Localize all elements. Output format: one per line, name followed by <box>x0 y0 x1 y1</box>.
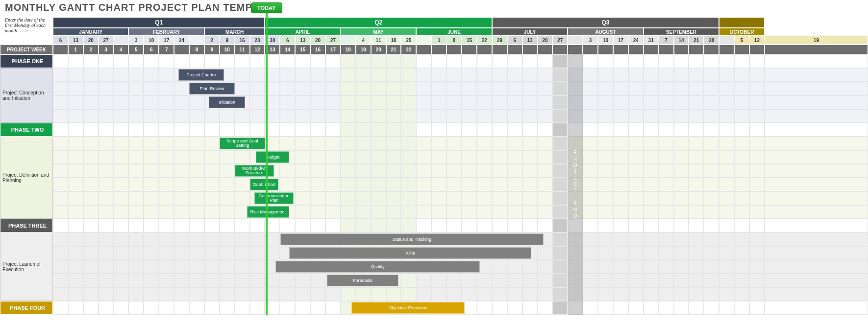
task-bar[interactable]: Scope and Goal Setting <box>220 138 265 149</box>
month-august: AUGUST <box>568 28 643 36</box>
month-april: APRIL <box>265 28 340 36</box>
day-september-7[interactable]: 7 <box>659 36 674 45</box>
day-june-8[interactable]: 8 <box>446 36 462 45</box>
week-23: 21 <box>386 45 401 54</box>
day-march-9[interactable]: 9 <box>220 36 235 45</box>
week-14: 12 <box>250 45 265 54</box>
today-line <box>266 13 268 315</box>
week-47 <box>749 45 765 54</box>
day-june-22[interactable]: 22 <box>477 36 492 45</box>
month-october: OCTOBER <box>719 28 765 36</box>
week-37 <box>598 45 613 54</box>
task-bar[interactable]: Project Charter <box>178 69 224 81</box>
quarter-Q1: Q1 <box>53 17 265 28</box>
week-10: 8 <box>189 45 204 54</box>
day-september-14[interactable]: 14 <box>674 36 689 45</box>
day-may-25[interactable]: 25 <box>401 36 416 45</box>
task-bar[interactable]: Status and Tracking <box>280 233 544 245</box>
week-7: 6 <box>144 45 159 54</box>
task-bar[interactable]: Gantt Chart <box>250 179 279 190</box>
task-bar[interactable]: Quality <box>275 261 480 273</box>
day-august-17[interactable]: 17 <box>613 36 628 45</box>
week-39 <box>628 45 644 54</box>
task-bar[interactable]: Work Bkdwn Structure <box>235 165 274 177</box>
day-april-27[interactable]: 27 <box>325 36 341 45</box>
day-october-19[interactable]: 19 <box>765 36 868 45</box>
week-38 <box>613 45 628 54</box>
day-october-12[interactable]: 12 <box>749 36 765 45</box>
week-27 <box>446 45 462 54</box>
week-3: 2 <box>83 45 99 54</box>
week-17: 15 <box>295 45 310 54</box>
task-bar[interactable]: Forecasts <box>327 275 398 286</box>
phase-3-header: PHASE THREE <box>0 219 53 232</box>
day-april-20[interactable]: 20 <box>310 36 325 45</box>
week-30 <box>492 45 507 54</box>
day-june-1[interactable]: 1 <box>431 36 446 45</box>
quarter-OCTOBER_Q <box>719 17 765 28</box>
month-june: JUNE <box>416 28 492 36</box>
page-title: MONTHLY GANTT CHART PROJECT PLAN TEMPLAT… <box>0 0 868 17</box>
day-july-20[interactable]: 20 <box>538 36 553 45</box>
day-january-27[interactable]: 27 <box>99 36 114 45</box>
day-april-13[interactable]: 13 <box>295 36 310 45</box>
day-august-24[interactable]: 24 <box>628 36 644 45</box>
day-august-10[interactable]: 10 <box>598 36 613 45</box>
task-bar[interactable]: Initiation <box>209 96 245 108</box>
day-january-6[interactable]: 6 <box>53 36 68 45</box>
month-january: JANUARY <box>53 28 128 36</box>
week-24: 22 <box>401 45 416 54</box>
task-bar[interactable]: Communication Plan <box>254 192 294 204</box>
week-33 <box>538 45 553 54</box>
day-september-21[interactable]: 21 <box>689 36 704 45</box>
day-september-28[interactable]: 28 <box>704 36 719 45</box>
week-5: 4 <box>114 45 129 54</box>
task-bar[interactable]: Risk Management <box>247 206 290 218</box>
day-march-23[interactable]: 23 <box>250 36 265 45</box>
day-march-2[interactable]: 2 <box>204 36 220 45</box>
phase-1-header: PHASE ONE <box>0 54 53 68</box>
project-week-label: PROJECT WEEK <box>0 45 53 54</box>
week-26 <box>431 45 446 54</box>
week-36 <box>583 45 598 54</box>
day-january-13[interactable]: 13 <box>68 36 83 45</box>
week-40 <box>644 45 659 54</box>
week-19: 17 <box>325 45 341 54</box>
day-march-16[interactable]: 16 <box>235 36 250 45</box>
month-march: MARCH <box>204 28 265 36</box>
day-july-6[interactable]: 6 <box>507 36 522 45</box>
project-end-band: PROJECT END <box>568 54 583 315</box>
day-february-10[interactable]: 10 <box>144 36 159 45</box>
week-46 <box>734 45 749 54</box>
task-bar[interactable]: KPIs <box>289 247 531 259</box>
day-july-13[interactable]: 13 <box>522 36 538 45</box>
week-16: 14 <box>280 45 295 54</box>
week-29 <box>477 45 492 54</box>
week-2: 1 <box>68 45 83 54</box>
task-bar[interactable]: Objective Execution <box>351 302 465 314</box>
day-may-4[interactable]: 4 <box>356 36 371 45</box>
day-february-24[interactable]: 24 <box>174 36 189 45</box>
day-february-3[interactable]: 3 <box>128 36 144 45</box>
day-october-5[interactable]: 5 <box>734 36 749 45</box>
day-july-27[interactable]: 27 <box>552 36 568 45</box>
week-1 <box>53 45 68 54</box>
week-48 <box>765 45 868 54</box>
week-8: 7 <box>159 45 174 54</box>
day-april-6[interactable]: 6 <box>280 36 295 45</box>
day-january-20[interactable]: 20 <box>83 36 99 45</box>
day-august-31[interactable]: 31 <box>644 36 659 45</box>
day-june-15[interactable]: 15 <box>462 36 477 45</box>
day-august-3[interactable]: 3 <box>583 36 598 45</box>
day-may-18[interactable]: 18 <box>386 36 401 45</box>
phase-3-side: Project Launch of Execution <box>0 232 53 301</box>
week-20: 18 <box>341 45 356 54</box>
week-44 <box>704 45 719 54</box>
quarter-Q2: Q2 <box>265 17 492 28</box>
task-bar[interactable]: Budget <box>256 151 289 163</box>
week-35 <box>568 45 583 54</box>
day-may-11[interactable]: 11 <box>371 36 386 45</box>
task-bar[interactable]: Plan Review <box>189 83 235 94</box>
day-june-29[interactable]: 29 <box>492 36 507 45</box>
day-february-17[interactable]: 17 <box>159 36 174 45</box>
